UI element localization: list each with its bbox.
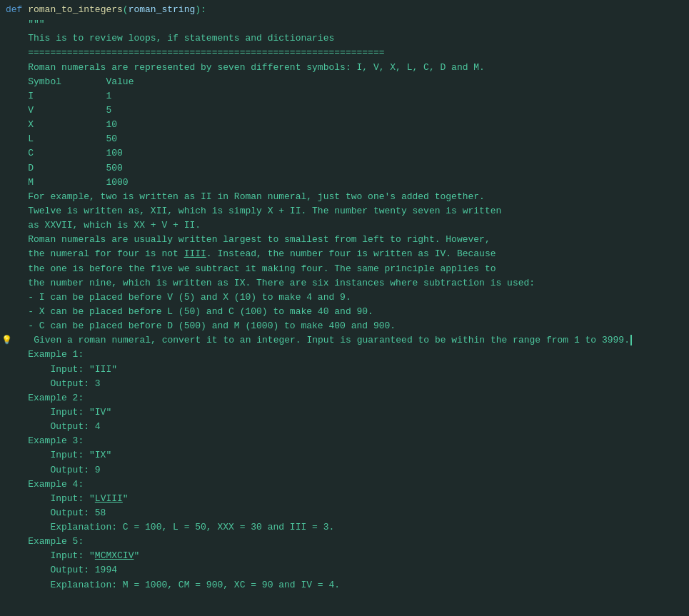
doc-example3-output-text: Output: 9 xyxy=(6,463,683,478)
doc-line-roman-intro: Roman numerals are represented by seven … xyxy=(0,61,689,75)
doc-example1-input-text: Input: "III" xyxy=(6,363,683,377)
doc-example3-input: Input: "IX" xyxy=(0,448,689,463)
doc-symbol-header: Symbol Value xyxy=(0,75,689,89)
doc-symbol-L-text: L 50 xyxy=(6,132,683,146)
doc-line-1: This is to review loops, if statements a… xyxy=(0,31,689,46)
doc-symbol-I: I 1 xyxy=(0,89,689,103)
param-name: roman_string xyxy=(129,4,196,15)
doc-example1-output: Output: 3 xyxy=(0,377,689,391)
doc-example4-output-text: Output: 58 xyxy=(6,506,683,520)
doc-example5-header-text: Example 5: xyxy=(6,535,683,549)
doc-twelve-text: Twelve is written as, XII, which is simp… xyxy=(6,204,683,218)
doc-example3-input-text: Input: "IX" xyxy=(6,448,683,463)
doc-example2-output: Output: 4 xyxy=(0,420,689,434)
doc-example1-input: Input: "III" xyxy=(0,363,689,377)
doc-twelve: Twelve is written as, XII, which is simp… xyxy=(0,204,689,218)
doc-example2-header-text: Example 2: xyxy=(6,391,683,405)
doc-example5-header: Example 5: xyxy=(0,535,689,549)
keyword-def: def xyxy=(6,4,28,15)
doc-example1-header: Example 1: xyxy=(0,348,689,362)
doc-xxvii: as XXVII, which is XX + V + II. xyxy=(0,218,689,233)
doc-text-1: This is to review loops, if statements a… xyxy=(6,31,683,46)
paren-close: ): xyxy=(195,4,206,15)
doc-rule-C-text: - C can be placed before D (500) and M (… xyxy=(6,319,683,333)
doc-usually: Roman numerals are usually written large… xyxy=(0,233,689,247)
doc-one-before-five: the one is before the five we subtract i… xyxy=(0,262,689,276)
doc-symbol-L: L 50 xyxy=(0,132,689,146)
doc-separator-text: ========================================… xyxy=(6,46,683,60)
paren-open: ( xyxy=(123,4,129,15)
def-line-content: def roman_to_integers(roman_string): xyxy=(6,3,683,17)
doc-example4-output: Output: 58 xyxy=(0,506,689,520)
doc-example1-header-text: Example 1: xyxy=(6,348,683,362)
doc-example5-input-text: Input: "MCMXCIV" xyxy=(6,549,683,563)
doc-nine-text: the number nine, which is written as IX.… xyxy=(6,276,683,291)
doc-usually-text: Roman numerals are usually written large… xyxy=(6,233,683,247)
mcmxciv-underline: MCMXCIV xyxy=(95,550,134,561)
doc-example4-input: Input: "LVIII" xyxy=(0,492,689,506)
doc-separator: ========================================… xyxy=(0,46,689,60)
function-name: roman_to_integers xyxy=(28,4,123,15)
doc-one-before-five-text: the one is before the five we subtract i… xyxy=(6,262,683,276)
doc-example2-input: Input: "IV" xyxy=(0,405,689,420)
doc-symbol-M: M 1000 xyxy=(0,176,689,190)
doc-symbol-I-text: I 1 xyxy=(6,89,683,103)
doc-given-text: Given a roman numeral, convert it to an … xyxy=(6,333,683,348)
doc-example2-output-text: Output: 4 xyxy=(6,420,683,434)
doc-roman-intro-text: Roman numerals are represented by seven … xyxy=(6,61,683,75)
doc-for-example-text: For example, two is written as II in Rom… xyxy=(6,190,683,204)
doc-xxvii-text: as XXVII, which is XX + V + II. xyxy=(6,218,683,233)
doc-example4-explanation: Explanation: C = 100, L = 50, XXX = 30 a… xyxy=(0,520,689,535)
doc-example1-output-text: Output: 3 xyxy=(6,377,683,391)
doc-rule-I-text: - I can be placed before V (5) and X (10… xyxy=(6,291,683,305)
doc-nine: the number nine, which is written as IX.… xyxy=(0,276,689,291)
doc-rule-X-text: - X can be placed before L (50) and C (1… xyxy=(6,305,683,319)
doc-symbol-X: X 10 xyxy=(0,118,689,132)
doc-example4-explanation-text: Explanation: C = 100, L = 50, XXX = 30 a… xyxy=(6,520,683,535)
doc-symbol-M-text: M 1000 xyxy=(6,176,683,190)
doc-symbol-V-text: V 5 xyxy=(6,103,683,118)
doc-example5-explanation-text: Explanation: M = 1000, CM = 900, XC = 90… xyxy=(6,578,683,592)
doc-example2-input-text: Input: "IV" xyxy=(6,405,683,420)
doc-example4-input-text: Input: "LVIII" xyxy=(6,492,683,506)
doc-example3-header: Example 3: xyxy=(0,434,689,448)
doc-symbol-D-text: D 500 xyxy=(6,161,683,176)
doc-example3-header-text: Example 3: xyxy=(6,434,683,448)
doc-symbol-C: C 100 xyxy=(0,146,689,161)
doc-for-example: For example, two is written as II in Rom… xyxy=(0,190,689,204)
doc-four-numeral: the numeral for four is not IIII. Instea… xyxy=(0,247,689,261)
doc-example5-output-text: Output: 1994 xyxy=(6,563,683,577)
def-line: def roman_to_integers(roman_string): xyxy=(0,3,689,17)
doc-symbol-X-text: X 10 xyxy=(6,118,683,132)
bulb-icon: 💡 xyxy=(1,334,12,348)
doc-symbol-D: D 500 xyxy=(0,161,689,176)
code-editor: def roman_to_integers(roman_string): """… xyxy=(0,0,689,595)
doc-symbol-header-text: Symbol Value xyxy=(6,75,683,89)
doc-rule-C: - C can be placed before D (500) and M (… xyxy=(0,319,689,333)
doc-example5-input: Input: "MCMXCIV" xyxy=(0,549,689,563)
doc-example2-header: Example 2: xyxy=(0,391,689,405)
iiii-underline: IIII xyxy=(184,248,206,259)
lviii-underline: LVIII xyxy=(95,493,123,504)
docstring-open: """ xyxy=(6,17,683,31)
doc-rule-X: - X can be placed before L (50) and C (1… xyxy=(0,305,689,319)
doc-rule-I: - I can be placed before V (5) and X (10… xyxy=(0,291,689,305)
doc-four-numeral-text: the numeral for four is not IIII. Instea… xyxy=(6,247,683,261)
doc-symbol-V: V 5 xyxy=(0,103,689,118)
doc-example3-output: Output: 9 xyxy=(0,463,689,478)
doc-example4-header-text: Example 4: xyxy=(6,478,683,492)
doc-symbol-C-text: C 100 xyxy=(6,146,683,161)
doc-given-line: 💡 Given a roman numeral, convert it to a… xyxy=(0,333,689,348)
doc-example5-explanation: Explanation: M = 1000, CM = 900, XC = 90… xyxy=(0,578,689,592)
doc-example4-header: Example 4: xyxy=(0,478,689,492)
doc-example5-output: Output: 1994 xyxy=(0,563,689,577)
docstring-open-line: """ xyxy=(0,17,689,31)
